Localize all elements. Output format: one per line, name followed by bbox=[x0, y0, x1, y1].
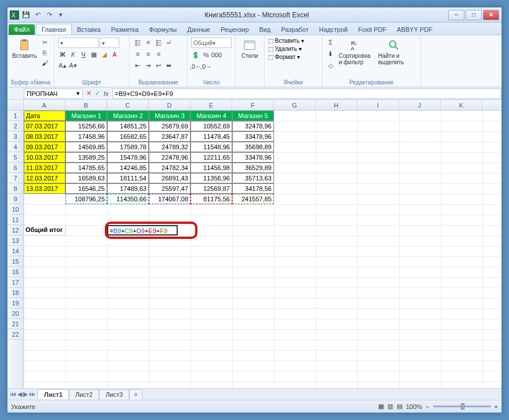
align-center-icon[interactable]: ≡ bbox=[144, 49, 153, 58]
cell[interactable]: 09.03.2017 bbox=[24, 142, 65, 152]
cell[interactable]: 18111,54 bbox=[107, 173, 149, 183]
sheet-nav-prev-icon[interactable]: ◀ bbox=[17, 390, 22, 398]
row-header[interactable]: 2 bbox=[8, 121, 23, 131]
cell[interactable]: 15478,96 bbox=[107, 152, 149, 163]
italic-icon[interactable]: К bbox=[68, 50, 78, 59]
cell[interactable]: 36529,89 bbox=[232, 163, 274, 173]
wrap-icon[interactable]: ↩ bbox=[154, 61, 163, 70]
tab-addins[interactable]: Надстрой bbox=[314, 24, 353, 35]
redo-icon[interactable]: ↷ bbox=[45, 10, 54, 20]
cancel-formula-icon[interactable]: ✕ bbox=[86, 90, 91, 97]
dec-indent-icon[interactable]: ⇤ bbox=[133, 61, 142, 70]
tab-formulas[interactable]: Формулы bbox=[144, 24, 182, 35]
copy-icon[interactable]: ⎘ bbox=[40, 48, 49, 57]
row-header[interactable]: 18 bbox=[8, 288, 23, 298]
minimize-button[interactable]: ─ bbox=[448, 10, 464, 20]
col-header[interactable]: G bbox=[274, 100, 316, 110]
font-color-icon[interactable]: A bbox=[110, 50, 119, 59]
row-header[interactable]: 17 bbox=[8, 277, 23, 288]
row-header[interactable]: 3 bbox=[8, 131, 23, 142]
insert-cells-button[interactable]: ⬚ Вставить ▾ bbox=[268, 38, 318, 44]
worksheet-grid[interactable]: A B C D E F G H I J K 123456789101112131… bbox=[8, 100, 501, 388]
tab-developer[interactable]: Разработ bbox=[276, 24, 314, 35]
comma-icon[interactable]: 000 bbox=[212, 50, 221, 60]
cell[interactable]: 11548,96 bbox=[191, 142, 232, 152]
bold-icon[interactable]: Ж bbox=[58, 50, 67, 59]
cell[interactable]: 07.03.2017 bbox=[24, 121, 65, 131]
row-header[interactable]: 7 bbox=[8, 173, 23, 183]
cell[interactable]: 25597,47 bbox=[149, 183, 191, 194]
zoom-in-icon[interactable]: + bbox=[495, 403, 498, 410]
cell[interactable]: 10.03.2017 bbox=[24, 152, 65, 163]
merge-icon[interactable]: ⬌ bbox=[164, 61, 174, 70]
enter-formula-icon[interactable]: ✓ bbox=[95, 90, 100, 97]
chevron-down-icon[interactable]: ▾ bbox=[76, 90, 80, 97]
find-select-button[interactable]: Найти и выделить bbox=[377, 38, 411, 67]
cell[interactable]: 33478,96 bbox=[232, 152, 274, 163]
cell[interactable]: 24782,34 bbox=[149, 163, 191, 173]
increase-font-icon[interactable]: A▴ bbox=[58, 61, 67, 70]
row-header[interactable]: 13 bbox=[8, 235, 23, 246]
tab-insert[interactable]: Вставка bbox=[72, 24, 106, 35]
cell[interactable]: 11478,45 bbox=[191, 131, 232, 142]
col-header[interactable]: F bbox=[232, 100, 274, 110]
cell[interactable]: 24789,32 bbox=[149, 142, 191, 152]
cell[interactable]: Магазин 4 bbox=[191, 110, 232, 121]
cell[interactable]: 14785,65 bbox=[65, 163, 107, 173]
delete-cells-button[interactable]: ⬚ Удалить ▾ bbox=[268, 46, 318, 52]
undo-icon[interactable]: ↶ bbox=[33, 10, 42, 20]
cell[interactable]: 35713,63 bbox=[232, 173, 274, 183]
cell[interactable]: 23647,87 bbox=[149, 131, 191, 142]
cell[interactable]: 14851,25 bbox=[107, 121, 149, 131]
fill-color-icon[interactable]: ◢ bbox=[100, 50, 109, 59]
col-header[interactable]: K bbox=[441, 100, 482, 110]
align-top-icon[interactable]: ⬱ bbox=[133, 38, 142, 47]
cell[interactable]: 81175,56 bbox=[191, 194, 232, 204]
tab-view[interactable]: Вид bbox=[254, 24, 276, 35]
select-all-corner[interactable] bbox=[8, 100, 24, 110]
cell[interactable]: Общий итог bbox=[24, 225, 65, 235]
cell[interactable]: 16589,63 bbox=[65, 173, 107, 183]
tab-home[interactable]: Главная bbox=[36, 24, 72, 35]
cell[interactable]: 114350,66 bbox=[107, 194, 149, 204]
row-header[interactable]: 16 bbox=[8, 267, 23, 277]
row-header[interactable]: 20 bbox=[8, 308, 23, 319]
cell[interactable]: Дата bbox=[24, 110, 65, 121]
cell[interactable]: 11.03.2017 bbox=[24, 163, 65, 173]
decrease-font-icon[interactable]: A▾ bbox=[68, 61, 78, 70]
cell[interactable]: 25879,69 bbox=[149, 121, 191, 131]
cell[interactable]: 16582,65 bbox=[107, 131, 149, 142]
tab-abbyy[interactable]: ABBYY PDF bbox=[391, 24, 438, 35]
sort-filter-button[interactable]: Я↓А Сортировка и фильтр bbox=[338, 38, 375, 67]
cell[interactable]: 33478,96 bbox=[232, 131, 274, 142]
qat-dropdown-icon[interactable]: ▾ bbox=[56, 10, 65, 20]
cell[interactable]: 241557,85 bbox=[232, 194, 274, 204]
cell[interactable]: Магазин 2 bbox=[107, 110, 149, 121]
view-normal-icon[interactable]: ▦ bbox=[378, 403, 384, 410]
cell[interactable]: Магазин 5 bbox=[232, 110, 274, 121]
view-break-icon[interactable]: ▤ bbox=[397, 403, 402, 410]
new-sheet-button[interactable]: ✧ bbox=[129, 389, 142, 400]
zoom-out-icon[interactable]: − bbox=[426, 403, 429, 410]
cell[interactable]: 12569,87 bbox=[191, 183, 232, 194]
inc-decimal-icon[interactable]: ,0← bbox=[191, 62, 200, 71]
maximize-button[interactable]: □ bbox=[466, 10, 482, 20]
sheet-nav-last-icon[interactable]: ⏭ bbox=[29, 390, 35, 398]
cell[interactable]: 174067,08 bbox=[149, 194, 191, 204]
cell[interactable]: 35698,89 bbox=[232, 142, 274, 152]
cell[interactable]: 12.03.2017 bbox=[24, 173, 65, 183]
cell[interactable]: Магазин 3 bbox=[149, 110, 191, 121]
row-header[interactable]: 14 bbox=[8, 246, 23, 256]
cell[interactable]: 17458,96 bbox=[65, 131, 107, 142]
align-bot-icon[interactable]: ⬱ bbox=[154, 38, 163, 47]
percent-icon[interactable]: % bbox=[202, 50, 211, 60]
row-header[interactable]: 22 bbox=[8, 329, 23, 340]
cell[interactable]: 108796,25 bbox=[65, 194, 107, 204]
cell[interactable]: 15256,66 bbox=[65, 121, 107, 131]
row-header[interactable]: 10 bbox=[8, 204, 23, 215]
col-header[interactable]: D bbox=[149, 100, 191, 110]
col-header[interactable]: B bbox=[65, 100, 107, 110]
row-header[interactable]: 11 bbox=[8, 215, 23, 225]
clear-icon[interactable]: ◇ bbox=[326, 61, 335, 70]
row-header[interactable]: 9 bbox=[8, 194, 23, 204]
